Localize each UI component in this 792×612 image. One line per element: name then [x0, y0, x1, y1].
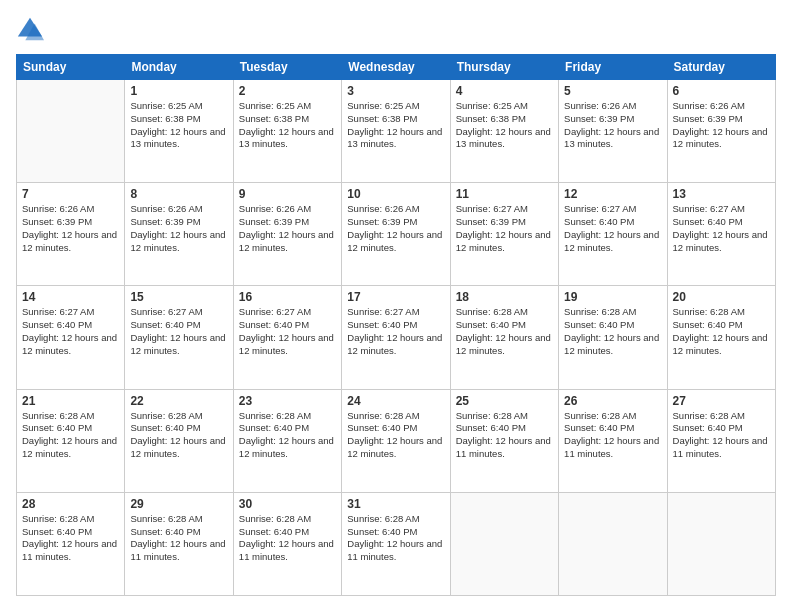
week-row-1: 1Sunrise: 6:25 AM Sunset: 6:38 PM Daylig…	[17, 80, 776, 183]
day-cell: 20Sunrise: 6:28 AM Sunset: 6:40 PM Dayli…	[667, 286, 775, 389]
day-info: Sunrise: 6:26 AM Sunset: 6:39 PM Dayligh…	[347, 203, 444, 254]
day-number: 14	[22, 290, 119, 304]
day-info: Sunrise: 6:28 AM Sunset: 6:40 PM Dayligh…	[130, 410, 227, 461]
day-cell: 23Sunrise: 6:28 AM Sunset: 6:40 PM Dayli…	[233, 389, 341, 492]
day-cell: 26Sunrise: 6:28 AM Sunset: 6:40 PM Dayli…	[559, 389, 667, 492]
day-cell: 14Sunrise: 6:27 AM Sunset: 6:40 PM Dayli…	[17, 286, 125, 389]
day-number: 8	[130, 187, 227, 201]
day-number: 15	[130, 290, 227, 304]
day-number: 28	[22, 497, 119, 511]
day-info: Sunrise: 6:27 AM Sunset: 6:40 PM Dayligh…	[673, 203, 770, 254]
day-cell: 9Sunrise: 6:26 AM Sunset: 6:39 PM Daylig…	[233, 183, 341, 286]
day-info: Sunrise: 6:28 AM Sunset: 6:40 PM Dayligh…	[22, 513, 119, 564]
day-info: Sunrise: 6:26 AM Sunset: 6:39 PM Dayligh…	[22, 203, 119, 254]
day-info: Sunrise: 6:28 AM Sunset: 6:40 PM Dayligh…	[456, 306, 553, 357]
weekday-header-thursday: Thursday	[450, 55, 558, 80]
day-number: 11	[456, 187, 553, 201]
day-number: 19	[564, 290, 661, 304]
weekday-header-sunday: Sunday	[17, 55, 125, 80]
day-cell: 13Sunrise: 6:27 AM Sunset: 6:40 PM Dayli…	[667, 183, 775, 286]
day-info: Sunrise: 6:28 AM Sunset: 6:40 PM Dayligh…	[673, 410, 770, 461]
week-row-3: 14Sunrise: 6:27 AM Sunset: 6:40 PM Dayli…	[17, 286, 776, 389]
day-cell: 21Sunrise: 6:28 AM Sunset: 6:40 PM Dayli…	[17, 389, 125, 492]
day-info: Sunrise: 6:27 AM Sunset: 6:40 PM Dayligh…	[347, 306, 444, 357]
weekday-header-friday: Friday	[559, 55, 667, 80]
day-info: Sunrise: 6:26 AM Sunset: 6:39 PM Dayligh…	[673, 100, 770, 151]
day-info: Sunrise: 6:28 AM Sunset: 6:40 PM Dayligh…	[347, 513, 444, 564]
day-cell: 28Sunrise: 6:28 AM Sunset: 6:40 PM Dayli…	[17, 492, 125, 595]
day-cell	[667, 492, 775, 595]
day-info: Sunrise: 6:27 AM Sunset: 6:40 PM Dayligh…	[130, 306, 227, 357]
day-info: Sunrise: 6:27 AM Sunset: 6:40 PM Dayligh…	[22, 306, 119, 357]
day-info: Sunrise: 6:28 AM Sunset: 6:40 PM Dayligh…	[347, 410, 444, 461]
day-number: 9	[239, 187, 336, 201]
weekday-header-row: SundayMondayTuesdayWednesdayThursdayFrid…	[17, 55, 776, 80]
day-cell: 31Sunrise: 6:28 AM Sunset: 6:40 PM Dayli…	[342, 492, 450, 595]
day-number: 30	[239, 497, 336, 511]
day-number: 7	[22, 187, 119, 201]
weekday-header-saturday: Saturday	[667, 55, 775, 80]
day-info: Sunrise: 6:26 AM Sunset: 6:39 PM Dayligh…	[239, 203, 336, 254]
day-info: Sunrise: 6:27 AM Sunset: 6:39 PM Dayligh…	[456, 203, 553, 254]
day-cell: 11Sunrise: 6:27 AM Sunset: 6:39 PM Dayli…	[450, 183, 558, 286]
day-info: Sunrise: 6:28 AM Sunset: 6:40 PM Dayligh…	[456, 410, 553, 461]
weekday-header-wednesday: Wednesday	[342, 55, 450, 80]
day-number: 12	[564, 187, 661, 201]
day-cell: 27Sunrise: 6:28 AM Sunset: 6:40 PM Dayli…	[667, 389, 775, 492]
day-number: 16	[239, 290, 336, 304]
week-row-5: 28Sunrise: 6:28 AM Sunset: 6:40 PM Dayli…	[17, 492, 776, 595]
day-number: 17	[347, 290, 444, 304]
day-number: 23	[239, 394, 336, 408]
day-cell: 19Sunrise: 6:28 AM Sunset: 6:40 PM Dayli…	[559, 286, 667, 389]
day-info: Sunrise: 6:25 AM Sunset: 6:38 PM Dayligh…	[130, 100, 227, 151]
day-number: 27	[673, 394, 770, 408]
logo-icon	[16, 16, 44, 44]
day-number: 6	[673, 84, 770, 98]
day-cell	[450, 492, 558, 595]
day-cell: 6Sunrise: 6:26 AM Sunset: 6:39 PM Daylig…	[667, 80, 775, 183]
day-cell: 10Sunrise: 6:26 AM Sunset: 6:39 PM Dayli…	[342, 183, 450, 286]
weekday-header-tuesday: Tuesday	[233, 55, 341, 80]
day-info: Sunrise: 6:25 AM Sunset: 6:38 PM Dayligh…	[239, 100, 336, 151]
day-info: Sunrise: 6:28 AM Sunset: 6:40 PM Dayligh…	[239, 410, 336, 461]
day-info: Sunrise: 6:27 AM Sunset: 6:40 PM Dayligh…	[564, 203, 661, 254]
day-info: Sunrise: 6:25 AM Sunset: 6:38 PM Dayligh…	[456, 100, 553, 151]
day-info: Sunrise: 6:28 AM Sunset: 6:40 PM Dayligh…	[22, 410, 119, 461]
week-row-2: 7Sunrise: 6:26 AM Sunset: 6:39 PM Daylig…	[17, 183, 776, 286]
day-number: 25	[456, 394, 553, 408]
day-number: 22	[130, 394, 227, 408]
day-cell: 25Sunrise: 6:28 AM Sunset: 6:40 PM Dayli…	[450, 389, 558, 492]
day-cell: 3Sunrise: 6:25 AM Sunset: 6:38 PM Daylig…	[342, 80, 450, 183]
logo	[16, 16, 48, 44]
header	[16, 16, 776, 44]
day-number: 18	[456, 290, 553, 304]
day-number: 10	[347, 187, 444, 201]
day-info: Sunrise: 6:26 AM Sunset: 6:39 PM Dayligh…	[130, 203, 227, 254]
day-number: 31	[347, 497, 444, 511]
day-number: 2	[239, 84, 336, 98]
day-cell: 4Sunrise: 6:25 AM Sunset: 6:38 PM Daylig…	[450, 80, 558, 183]
day-cell: 8Sunrise: 6:26 AM Sunset: 6:39 PM Daylig…	[125, 183, 233, 286]
weekday-header-monday: Monday	[125, 55, 233, 80]
calendar-table: SundayMondayTuesdayWednesdayThursdayFrid…	[16, 54, 776, 596]
day-number: 24	[347, 394, 444, 408]
day-info: Sunrise: 6:27 AM Sunset: 6:40 PM Dayligh…	[239, 306, 336, 357]
day-number: 3	[347, 84, 444, 98]
day-cell: 5Sunrise: 6:26 AM Sunset: 6:39 PM Daylig…	[559, 80, 667, 183]
day-number: 20	[673, 290, 770, 304]
day-number: 1	[130, 84, 227, 98]
day-info: Sunrise: 6:26 AM Sunset: 6:39 PM Dayligh…	[564, 100, 661, 151]
day-number: 21	[22, 394, 119, 408]
day-info: Sunrise: 6:25 AM Sunset: 6:38 PM Dayligh…	[347, 100, 444, 151]
day-cell: 15Sunrise: 6:27 AM Sunset: 6:40 PM Dayli…	[125, 286, 233, 389]
day-cell: 18Sunrise: 6:28 AM Sunset: 6:40 PM Dayli…	[450, 286, 558, 389]
day-cell	[17, 80, 125, 183]
day-cell: 22Sunrise: 6:28 AM Sunset: 6:40 PM Dayli…	[125, 389, 233, 492]
day-cell: 24Sunrise: 6:28 AM Sunset: 6:40 PM Dayli…	[342, 389, 450, 492]
day-cell: 7Sunrise: 6:26 AM Sunset: 6:39 PM Daylig…	[17, 183, 125, 286]
day-info: Sunrise: 6:28 AM Sunset: 6:40 PM Dayligh…	[239, 513, 336, 564]
day-number: 4	[456, 84, 553, 98]
day-info: Sunrise: 6:28 AM Sunset: 6:40 PM Dayligh…	[130, 513, 227, 564]
week-row-4: 21Sunrise: 6:28 AM Sunset: 6:40 PM Dayli…	[17, 389, 776, 492]
day-cell: 16Sunrise: 6:27 AM Sunset: 6:40 PM Dayli…	[233, 286, 341, 389]
